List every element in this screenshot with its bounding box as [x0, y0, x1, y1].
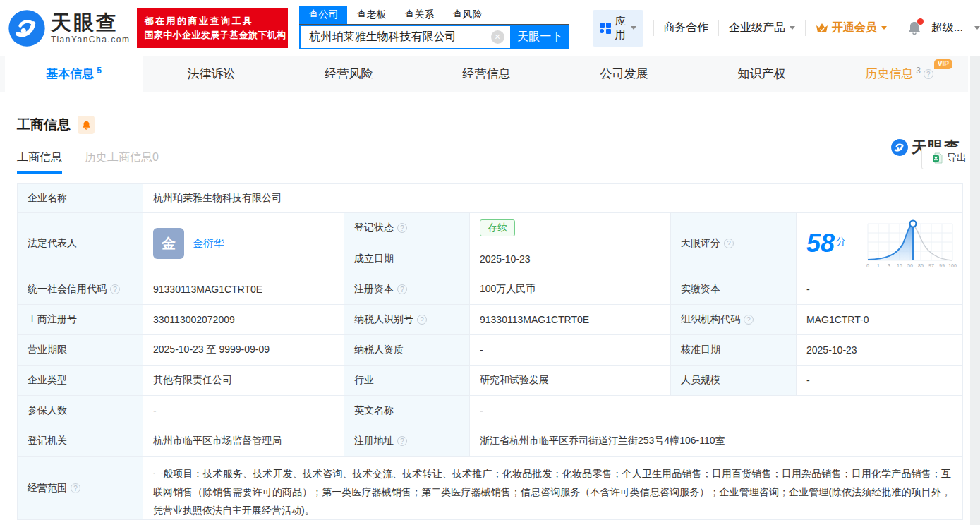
svg-text:15: 15: [897, 263, 902, 268]
field-label-taxpayer-id: 纳税人识别号?: [344, 305, 470, 335]
field-value-reg-capital: 100万人民币: [470, 274, 671, 305]
tab-count: 5: [97, 66, 102, 76]
help-icon[interactable]: ?: [110, 284, 120, 294]
search-tab-relation[interactable]: 查关系: [395, 6, 443, 24]
field-label-industry: 行业: [344, 366, 470, 396]
tab-operation-risk[interactable]: 经营风险: [280, 56, 418, 92]
field-label-company-type: 企业类型: [18, 366, 143, 396]
help-icon[interactable]: ?: [71, 483, 80, 493]
field-value-biz-term: 2025-10-23 至 9999-09-09: [143, 335, 344, 366]
field-label-taxpayer-quality: 纳税人资质: [344, 335, 470, 366]
field-value-company-type: 其他有限责任公司: [143, 366, 344, 396]
field-value-insured-count: -: [143, 396, 344, 426]
field-label-reg-authority: 登记机关: [18, 426, 143, 457]
search-area: 查公司 查老板 查关系 查风险 杭州珀莱雅生物科技有限公司 × 天眼一下: [299, 6, 568, 49]
svg-text:0: 0: [866, 263, 869, 268]
business-info-section: 工商信息 天眼查 工商信息 历史工商信息0 导出 企业名称 杭州珀莱雅生物科技有: [0, 116, 980, 520]
company-tab-bar: 基本信息 5 法律诉讼 经营风险 经营信息 公司发展 知识产权 历史信息 3 ?…: [0, 56, 980, 92]
tab-operation-info[interactable]: 经营信息: [418, 56, 555, 92]
field-label-english-name: 英文名称: [344, 396, 470, 426]
site-header: 天眼查 TianYanCha.com 都在用的商业查询工具 国家中小企业发展子基…: [0, 0, 980, 56]
subtab-history-business-info[interactable]: 历史工商信息0: [85, 150, 159, 174]
field-label-reg-address: 注册地址?: [344, 426, 470, 457]
tab-company-development[interactable]: 公司发展: [555, 56, 693, 92]
chevron-down-icon: [631, 26, 636, 32]
help-icon[interactable]: ?: [397, 223, 407, 233]
field-label-company-name: 企业名称: [18, 184, 143, 213]
tab-label: 法律诉讼: [188, 66, 236, 82]
field-label-org-code: 组织机构代码?: [671, 305, 797, 335]
svg-text:99: 99: [939, 263, 945, 268]
enterprise-label: 企业级产品: [729, 20, 785, 35]
tianyancha-logo-icon: [7, 8, 47, 48]
tab-label: 历史信息: [865, 66, 913, 82]
search-input-value: 杭州珀莱雅生物科技有限公司: [309, 30, 490, 44]
field-label-legal-rep: 法定代表人: [18, 213, 143, 274]
score-number: 58: [806, 229, 835, 258]
field-label-reg-capital: 注册资本?: [344, 274, 470, 305]
help-icon[interactable]: ?: [397, 284, 407, 294]
tab-count: 3: [916, 66, 921, 76]
vip-badge: VIP: [934, 59, 952, 69]
search-button[interactable]: 天眼一下: [512, 25, 569, 49]
apps-menu[interactable]: 应用: [593, 10, 643, 47]
header-nav: 应用 商务合作 企业级产品 开通会员 超级...: [593, 10, 980, 47]
field-value-credit-code: 91330113MAG1CTRT0E: [143, 274, 344, 305]
promo-line2: 国家中小企业发展子基金旗下机构: [144, 28, 281, 42]
tab-basic-info[interactable]: 基本信息 5: [5, 56, 143, 92]
apps-grid-icon: [600, 23, 611, 34]
tab-legal-proceedings[interactable]: 法律诉讼: [143, 56, 280, 92]
help-icon[interactable]: ?: [724, 239, 734, 248]
field-label-reg-number: 工商注册号: [18, 305, 143, 335]
field-value-reg-number: 330113002072009: [143, 305, 344, 335]
help-icon[interactable]: ?: [924, 69, 933, 79]
brand-name: 天眼查: [51, 12, 130, 33]
tab-history-info[interactable]: 历史信息 3 ? VIP: [830, 56, 968, 92]
score-distribution-chart: 0 1 3 15 50 85 97 99 100: [865, 217, 958, 270]
site-logo[interactable]: 天眼查 TianYanCha.com: [7, 8, 130, 48]
subscribe-bell-icon[interactable]: [78, 116, 95, 134]
field-label-insured-count: 参保人数: [18, 396, 143, 426]
divider: [718, 20, 719, 36]
nav-account-more[interactable]: 超级...: [931, 20, 980, 35]
svg-text:3: 3: [888, 263, 890, 268]
tab-intellectual-property[interactable]: 知识产权: [693, 56, 830, 92]
field-value-industry: 研究和试验发展: [470, 366, 671, 396]
legal-rep-avatar[interactable]: 金: [153, 228, 184, 259]
scrollbar-track[interactable]: [968, 56, 980, 525]
excel-icon: [932, 152, 943, 164]
nav-open-membership[interactable]: 开通会员: [816, 20, 887, 35]
search-tab-company[interactable]: 查公司: [299, 6, 347, 24]
tab-label: 经营信息: [463, 66, 511, 82]
svg-text:1: 1: [877, 263, 880, 268]
crown-icon: [816, 23, 828, 34]
field-value-taxpayer-id: 91330113MAG1CTRT0E: [470, 305, 671, 335]
search-tab-boss[interactable]: 查老板: [347, 6, 395, 24]
field-value-reg-authority: 杭州市临平区市场监督管理局: [143, 426, 344, 457]
field-value-legal-rep: 金 金衍华: [143, 213, 344, 274]
divider: [805, 20, 806, 36]
clear-icon[interactable]: ×: [491, 30, 504, 44]
search-input[interactable]: 杭州珀莱雅生物科技有限公司 ×: [299, 25, 511, 49]
promo-banner: 都在用的商业查询工具 国家中小企业发展子基金旗下机构: [137, 8, 288, 48]
legal-rep-link[interactable]: 金衍华: [193, 237, 224, 251]
help-icon[interactable]: ?: [744, 315, 754, 325]
svg-text:97: 97: [928, 263, 934, 268]
export-label: 导出: [947, 152, 967, 164]
field-label-reg-status: 登记状态?: [344, 213, 470, 243]
nav-business-cooperation[interactable]: 商务合作: [663, 20, 708, 35]
search-tab-risk[interactable]: 查风险: [443, 6, 491, 24]
help-icon[interactable]: ?: [417, 315, 427, 325]
field-value-tianyan-score[interactable]: 58 分 0: [797, 213, 963, 274]
field-value-org-code: MAG1CTRT-0: [797, 305, 963, 335]
field-label-approve-date: 核准日期: [671, 335, 797, 366]
subtab-business-info[interactable]: 工商信息: [17, 150, 62, 174]
field-value-reg-address: 浙江省杭州市临平区乔司街道汀兰街253号4幢106-110室: [470, 426, 963, 457]
field-label-tianyan-score: 天眼评分?: [671, 213, 797, 274]
section-title: 工商信息: [17, 116, 71, 134]
notification-bell-icon[interactable]: [907, 20, 921, 36]
help-icon[interactable]: ?: [397, 436, 407, 446]
field-label-credit-code: 统一社会信用代码?: [18, 274, 143, 305]
chevron-down-icon: [974, 26, 980, 32]
nav-enterprise-products[interactable]: 企业级产品: [729, 20, 795, 35]
